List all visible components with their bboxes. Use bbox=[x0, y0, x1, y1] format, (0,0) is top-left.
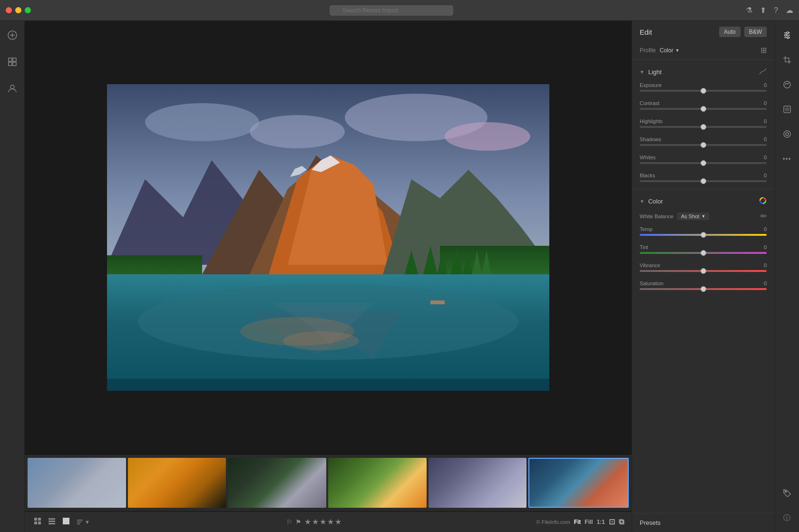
sort-button[interactable]: ▼ bbox=[75, 517, 91, 527]
temp-thumb[interactable] bbox=[701, 232, 706, 238]
whites-value: 0 bbox=[764, 155, 767, 160]
tint-value: 0 bbox=[764, 244, 767, 250]
vibrance-track[interactable] bbox=[640, 270, 767, 272]
tint-label-row: Tint 0 bbox=[640, 244, 767, 250]
star-2[interactable]: ★ bbox=[312, 517, 319, 526]
radial-icon[interactable] bbox=[779, 126, 796, 143]
thumbnail-3[interactable] bbox=[228, 458, 326, 508]
panel-title: Edit bbox=[640, 28, 652, 36]
shadows-value: 0 bbox=[764, 136, 767, 142]
svg-rect-42 bbox=[49, 518, 55, 520]
saturation-thumb[interactable] bbox=[701, 286, 706, 292]
bw-button[interactable]: B&W bbox=[744, 27, 767, 37]
highlights-track[interactable] bbox=[640, 126, 767, 128]
close-button[interactable] bbox=[6, 7, 12, 13]
temp-track[interactable] bbox=[640, 234, 767, 236]
saturation-label: Saturation bbox=[640, 281, 663, 286]
shadows-track[interactable] bbox=[640, 144, 767, 146]
light-section-header[interactable]: ▼ Light bbox=[632, 64, 774, 80]
traffic-lights bbox=[6, 7, 31, 13]
wb-dropdown[interactable]: As Shot ▼ bbox=[677, 213, 709, 220]
sidebar-library-icon[interactable] bbox=[4, 53, 21, 70]
detail-view-button[interactable] bbox=[61, 516, 71, 528]
profile-row: Profile Color ▼ ⊞ bbox=[632, 43, 774, 59]
mask-icon[interactable] bbox=[779, 101, 796, 118]
blacks-slider-row: Blacks 0 bbox=[632, 171, 774, 189]
far-right-toolbar: ••• ⓘ bbox=[774, 21, 799, 532]
svg-rect-40 bbox=[34, 522, 37, 524]
pick-flag-button[interactable]: ⚑ bbox=[295, 518, 302, 526]
panel-divider-1 bbox=[632, 59, 774, 60]
titlebar: 🔍 ⚗ ⬆ ? ☁ bbox=[0, 0, 799, 21]
sidebar-people-icon[interactable] bbox=[4, 80, 21, 97]
exposure-thumb[interactable] bbox=[701, 88, 706, 94]
survey-button[interactable]: ⧉ bbox=[619, 518, 624, 526]
thumbnail-1[interactable] bbox=[28, 458, 126, 508]
star-4[interactable]: ★ bbox=[327, 517, 334, 526]
ratio-button[interactable]: 1:1 bbox=[597, 519, 605, 525]
wb-eyedropper-icon[interactable]: ✏ bbox=[760, 212, 767, 221]
star-rating[interactable]: ★ ★ ★ ★ ★ bbox=[304, 517, 341, 526]
wb-value-text: As Shot bbox=[681, 213, 700, 219]
fit-button[interactable]: Fit bbox=[574, 519, 581, 525]
crop-icon[interactable] bbox=[779, 51, 796, 68]
highlights-thumb[interactable] bbox=[701, 124, 706, 130]
filter-icon[interactable]: ⚗ bbox=[746, 6, 752, 15]
color-section-header[interactable]: ▼ Color bbox=[632, 193, 774, 210]
color-section-title: Color bbox=[648, 198, 663, 205]
reject-flag-button[interactable]: ⚐ bbox=[286, 518, 292, 526]
star-3[interactable]: ★ bbox=[320, 517, 326, 526]
minimize-button[interactable] bbox=[15, 7, 21, 13]
edit-sliders-icon[interactable] bbox=[779, 27, 796, 44]
thumbnail-2[interactable] bbox=[128, 458, 226, 508]
exposure-track[interactable] bbox=[640, 90, 767, 92]
maximize-button[interactable] bbox=[25, 7, 31, 13]
contrast-track[interactable] bbox=[640, 108, 767, 110]
sidebar-add-icon[interactable] bbox=[4, 27, 21, 44]
tint-slider-row: Tint 0 bbox=[632, 242, 774, 261]
saturation-track[interactable] bbox=[640, 288, 767, 290]
image-container[interactable] bbox=[25, 21, 632, 454]
contrast-thumb[interactable] bbox=[701, 106, 706, 112]
cloud-icon[interactable]: ☁ bbox=[786, 6, 793, 15]
panel-header-buttons: Auto B&W bbox=[719, 27, 767, 37]
blacks-thumb[interactable] bbox=[701, 178, 706, 184]
star-1[interactable]: ★ bbox=[304, 517, 311, 526]
help-icon[interactable]: ? bbox=[774, 6, 778, 15]
profile-value-dropdown[interactable]: Color ▼ bbox=[660, 47, 680, 54]
info-icon[interactable]: ⓘ bbox=[779, 509, 796, 526]
profile-grid-icon[interactable]: ⊞ bbox=[760, 46, 767, 55]
thumbnail-5[interactable] bbox=[429, 458, 527, 508]
contrast-slider-row: Contrast 0 bbox=[632, 98, 774, 116]
white-balance-row: White Balance As Shot ▼ ✏ bbox=[632, 210, 774, 224]
presets-button[interactable]: Presets bbox=[632, 513, 774, 532]
thumbnail-4[interactable] bbox=[328, 458, 427, 508]
search-input[interactable] bbox=[330, 5, 453, 16]
tint-track[interactable] bbox=[640, 252, 767, 254]
vibrance-thumb[interactable] bbox=[701, 268, 706, 274]
whites-thumb[interactable] bbox=[701, 160, 706, 166]
vibrance-value: 0 bbox=[764, 262, 767, 268]
auto-button[interactable]: Auto bbox=[719, 27, 741, 37]
color-wheel-icon[interactable] bbox=[759, 197, 767, 206]
fill-button[interactable]: Fill bbox=[585, 519, 593, 525]
whites-track[interactable] bbox=[640, 162, 767, 164]
thumbnail-6-active[interactable] bbox=[528, 458, 629, 508]
list-view-button[interactable] bbox=[47, 516, 57, 528]
grid-view-button[interactable] bbox=[32, 516, 43, 528]
star-5[interactable]: ★ bbox=[335, 517, 341, 526]
shadows-thumb[interactable] bbox=[701, 142, 706, 148]
highlights-label: Highlights bbox=[640, 118, 663, 124]
tag-icon[interactable] bbox=[779, 484, 796, 502]
compare-button[interactable]: ⊡ bbox=[609, 517, 615, 526]
svg-rect-5 bbox=[9, 62, 12, 66]
share-icon[interactable]: ⬆ bbox=[760, 6, 766, 15]
light-curve-icon[interactable] bbox=[759, 68, 767, 77]
more-icon[interactable]: ••• bbox=[779, 150, 796, 167]
svg-rect-41 bbox=[38, 522, 41, 524]
blacks-track[interactable] bbox=[640, 180, 767, 182]
heal-icon[interactable] bbox=[779, 76, 796, 93]
blacks-label-row: Blacks 0 bbox=[640, 173, 767, 178]
tint-thumb[interactable] bbox=[701, 250, 706, 256]
search-wrapper: 🔍 bbox=[330, 5, 453, 16]
